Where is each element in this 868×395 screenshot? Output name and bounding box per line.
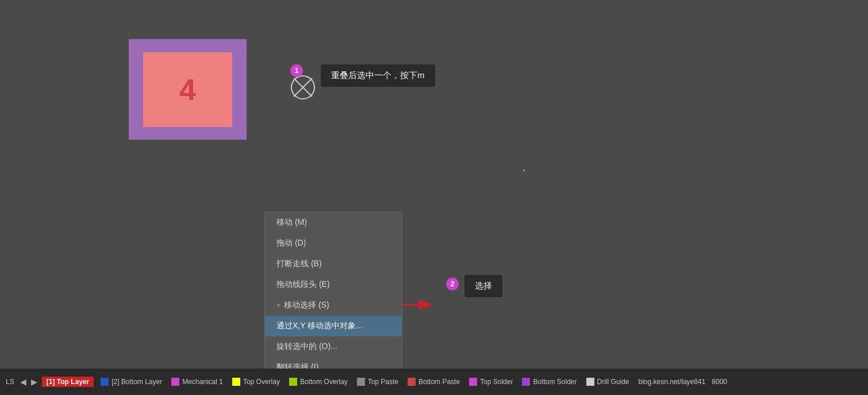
bottom-overlay-color <box>289 378 297 386</box>
context-menu-item-drag[interactable]: 拖动 (D) <box>265 233 402 254</box>
context-menu-item-drag-seg[interactable]: 拖动线段头 (E) <box>265 274 402 295</box>
context-menu-item-break[interactable]: 打断走线 (B) <box>265 254 402 274</box>
circle-x-icon <box>290 75 316 100</box>
context-menu-item-move-xy[interactable]: 通过X,Y 移动选中对象... <box>265 316 402 336</box>
bottom-solder-color <box>522 378 530 386</box>
layer-top-solder[interactable]: Top Solder <box>464 369 517 395</box>
badge-2: 2 <box>446 278 459 290</box>
nav-prev[interactable]: ◀ <box>18 377 29 386</box>
svg-rect-10 <box>408 378 416 386</box>
top-paste-color <box>357 378 365 386</box>
status-ls: LS <box>2 369 18 395</box>
svg-rect-8 <box>289 378 297 386</box>
plus-icon: + <box>276 301 281 309</box>
pcb-component: 4 <box>129 39 247 140</box>
context-menu[interactable]: 移动 (M) 拖动 (D) 打断走线 (B) 拖动线段头 (E) + 移动选择 … <box>264 212 402 369</box>
svg-rect-6 <box>171 378 179 386</box>
svg-rect-5 <box>101 378 109 386</box>
bottom-layer-color <box>101 378 109 386</box>
svg-rect-7 <box>232 378 240 386</box>
drill-guide-color <box>586 378 594 386</box>
svg-rect-12 <box>522 378 530 386</box>
mechanical-color <box>171 378 179 386</box>
context-menu-item-flip[interactable]: 翻转选择 (I) <box>265 357 402 369</box>
pcb-inner: 4 <box>143 52 232 127</box>
top-solder-color <box>469 378 477 386</box>
bottom-paste-color <box>408 378 416 386</box>
svg-rect-13 <box>586 378 594 386</box>
nav-next[interactable]: ▶ <box>29 377 40 386</box>
layer-top-paste[interactable]: Top Paste <box>352 369 403 395</box>
active-layer[interactable]: [1] Top Layer <box>42 377 94 387</box>
layer-top-overlay[interactable]: Top Overlay <box>228 369 285 395</box>
layer-bottom-overlay[interactable]: Bottom Overlay <box>285 369 352 395</box>
canvas-area: 4 1 重叠后选中一个，按下m 移动 (M) 拖动 (D) 打断走线 (B) 拖… <box>0 0 868 369</box>
top-overlay-color <box>232 378 240 386</box>
context-menu-item-rotate[interactable]: 旋转选中的 (O)... <box>265 336 402 357</box>
context-menu-item-move[interactable]: 移动 (M) <box>265 212 402 233</box>
svg-rect-9 <box>357 378 365 386</box>
badge-1: 1 <box>290 64 303 77</box>
tooltip-2: 选择 <box>464 275 502 297</box>
context-menu-item-move-sel[interactable]: + 移动选择 (S) <box>265 295 402 316</box>
layer-bottom-paste[interactable]: Bottom Paste <box>403 369 464 395</box>
status-bar: LS ◀ ▶ [1] Top Layer [2] Bottom Layer Me… <box>0 369 868 395</box>
svg-rect-11 <box>469 378 477 386</box>
tooltip-1: 重叠后选中一个，按下m <box>321 64 435 87</box>
layer-bottom-solder[interactable]: Bottom Solder <box>517 369 581 395</box>
extra-info: blog.kesn.net/laye841 8000 <box>634 369 732 395</box>
layer-mechanical[interactable]: Mechanical 1 <box>167 369 228 395</box>
canvas-dot <box>523 170 525 171</box>
layer-drill-guide[interactable]: Drill Guide <box>582 369 634 395</box>
pcb-number: 4 <box>179 72 196 107</box>
layer-bottom[interactable]: [2] Bottom Layer <box>96 369 167 395</box>
